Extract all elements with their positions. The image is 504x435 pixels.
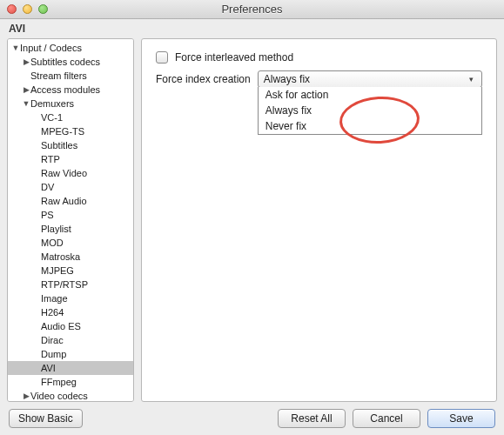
tree-item-label: FFmpeg (41, 375, 77, 389)
content-area: ▼Input / Codecs▶Subtitles codecs▶Stream … (0, 38, 504, 402)
reset-all-button[interactable]: Reset All (278, 409, 346, 428)
tree-item-label: H264 (41, 305, 64, 319)
window-title: Preferences (0, 3, 504, 16)
tree-item-label: DV (41, 180, 54, 194)
tree-item-label: RTP (41, 152, 60, 166)
tree-item-label: Video codecs (30, 389, 88, 402)
tree-item-label: MPEG-TS (41, 124, 84, 138)
tree-item[interactable]: ▶Matroska (8, 250, 133, 264)
tree-item[interactable]: ▶VC-1 (8, 110, 133, 124)
tree-item[interactable]: ▶Subtitles codecs (8, 55, 133, 69)
combo-value: Always fix (264, 73, 310, 85)
settings-panel: Force interleaved method Force index cre… (141, 38, 497, 402)
tree-item[interactable]: ▶Dump (8, 347, 133, 361)
tree-item-label: Subtitles (41, 138, 77, 152)
show-basic-button[interactable]: Show Basic (9, 409, 83, 428)
save-button[interactable]: Save (427, 409, 495, 428)
tree-item-label: Raw Audio (41, 194, 87, 208)
tree-item[interactable]: ▶FFmpeg (8, 375, 133, 389)
zoom-icon[interactable] (38, 4, 48, 14)
category-tree[interactable]: ▼Input / Codecs▶Subtitles codecs▶Stream … (7, 38, 134, 402)
tree-item[interactable]: ▶PS (8, 208, 133, 222)
force-index-label: Force index creation (156, 73, 251, 85)
tree-item-label: AVI (41, 361, 56, 375)
tree-item-label: Matroska (41, 250, 80, 264)
tree-item[interactable]: ▶Image (8, 291, 133, 305)
tree-item-label: RTP/RTSP (41, 278, 88, 291)
tree-item[interactable]: ▶RTP/RTSP (8, 278, 133, 291)
tree-item[interactable]: ▶DV (8, 180, 133, 194)
tree-item[interactable]: ▶Raw Audio (8, 194, 133, 208)
tree-item-label: Playlist (41, 222, 71, 236)
tree-item[interactable]: ▶H264 (8, 305, 133, 319)
tree-item[interactable]: ▼Demuxers (8, 97, 133, 110)
tree-item-label: Raw Video (41, 166, 87, 180)
force-interleaved-checkbox[interactable] (156, 51, 168, 64)
tree-item-label: MOD (41, 236, 64, 250)
tree-item-label: Image (41, 291, 68, 305)
combo-option[interactable]: Ask for action (259, 87, 481, 103)
force-index-combo[interactable]: Always fix ▾ Ask for actionAlways fixNev… (258, 70, 482, 88)
tree-item[interactable]: ▶Subtitles (8, 138, 133, 152)
tree-item-label: Access modules (30, 83, 100, 97)
section-title: AVI (0, 19, 504, 38)
tree-item[interactable]: ▶Audio ES (8, 319, 133, 333)
tree-item[interactable]: ▼Input / Codecs (8, 41, 133, 55)
combo-dropdown: Ask for actionAlways fixNever fix (258, 87, 482, 135)
tree-item-label: Subtitles codecs (30, 55, 100, 69)
combo-box[interactable]: Always fix ▾ (258, 70, 482, 88)
tree-item[interactable]: ▶Video codecs (8, 389, 133, 402)
tree-item[interactable]: ▶Access modules (8, 83, 133, 97)
disclosure-closed-icon[interactable]: ▶ (22, 389, 30, 402)
tree-item-label: Demuxers (30, 97, 74, 110)
tree-item[interactable]: ▶Stream filters (8, 69, 133, 83)
force-index-row: Force index creation Always fix ▾ Ask fo… (156, 70, 482, 88)
close-icon[interactable] (7, 4, 17, 14)
tree-item-label: Input / Codecs (20, 41, 82, 55)
tree-item[interactable]: ▶MPEG-TS (8, 124, 133, 138)
disclosure-open-icon[interactable]: ▼ (11, 41, 20, 55)
traffic-lights (7, 4, 48, 14)
tree-item-label: PS (41, 208, 54, 222)
tree-item-label: MJPEG (41, 264, 74, 278)
footer-buttons: Show Basic Reset All Cancel Save (0, 402, 504, 435)
cancel-button[interactable]: Cancel (353, 409, 420, 428)
tree-item-label: VC-1 (41, 110, 63, 124)
tree-item[interactable]: ▶AVI (8, 361, 133, 375)
tree-item[interactable]: ▶RTP (8, 152, 133, 166)
combo-option[interactable]: Never fix (259, 118, 481, 134)
disclosure-closed-icon[interactable]: ▶ (22, 55, 30, 69)
disclosure-closed-icon[interactable]: ▶ (22, 83, 30, 97)
minimize-icon[interactable] (23, 4, 32, 14)
force-interleaved-row: Force interleaved method (156, 51, 482, 64)
force-interleaved-label: Force interleaved method (175, 51, 293, 64)
tree-item[interactable]: ▶MOD (8, 236, 133, 250)
tree-item-label: Dirac (41, 333, 64, 347)
tree-item[interactable]: ▶MJPEG (8, 264, 133, 278)
tree-item-label: Audio ES (41, 319, 81, 333)
disclosure-open-icon[interactable]: ▼ (22, 97, 30, 110)
tree-item[interactable]: ▶Dirac (8, 333, 133, 347)
tree-item-label: Stream filters (30, 69, 87, 83)
tree-item[interactable]: ▶Raw Video (8, 166, 133, 180)
preferences-window: Preferences AVI ▼Input / Codecs▶Subtitle… (0, 0, 504, 435)
chevron-down-icon: ▾ (464, 75, 478, 84)
tree-item-label: Dump (41, 347, 66, 361)
tree-item[interactable]: ▶Playlist (8, 222, 133, 236)
combo-option[interactable]: Always fix (259, 103, 481, 118)
titlebar: Preferences (0, 0, 504, 19)
